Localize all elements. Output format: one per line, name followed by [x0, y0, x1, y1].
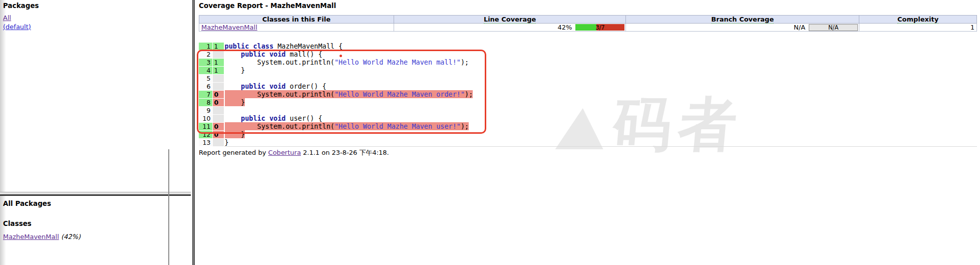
line-number: 12: [199, 131, 212, 139]
line-coverage-value: 42%: [558, 24, 572, 31]
frame-vertical-divider-bar: [192, 0, 195, 265]
line-number: 3: [199, 59, 212, 67]
frame-horizontal-divider[interactable]: [0, 192, 191, 196]
line-number: 4: [199, 67, 212, 75]
hit-count: 1: [212, 67, 224, 75]
coverage-report-frame: 码者 Coverage Report - MazheMavenMall Clas…: [196, 0, 980, 265]
line-number: 9: [199, 107, 212, 115]
coverage-summary-table: Classes in this File Line Coverage Branc…: [199, 15, 977, 32]
header-classes-in-file: Classes in this File: [199, 16, 394, 24]
summary-class-cell: MazheMavenMall: [199, 24, 394, 32]
frame-vertical-divider[interactable]: [191, 0, 196, 265]
report-footer: Report generated by Cobertura 2.1.1 on 2…: [199, 148, 389, 157]
branch-coverage-bar-label: N/A: [809, 25, 857, 31]
class-report-link[interactable]: MazheMavenMall: [201, 24, 257, 31]
summary-header-row: Classes in this File Line Coverage Branc…: [199, 16, 977, 24]
branch-coverage-bar: N/A: [809, 24, 858, 31]
hit-count: 1: [212, 59, 224, 67]
line-number: 13: [199, 139, 212, 147]
code-cell: System.out.println("Hello World Mazhe Ma…: [224, 123, 977, 131]
header-complexity: Complexity: [859, 16, 977, 24]
source-line-1: 11public class MazheMavenMall {: [199, 43, 977, 51]
code-cell: public void user() {: [224, 115, 977, 123]
code-cell: }: [224, 139, 977, 147]
code-cell: public class MazheMavenMall {: [224, 43, 977, 51]
package-link-all[interactable]: All: [3, 14, 11, 22]
package-link-default[interactable]: (default): [3, 23, 31, 31]
page-title: Coverage Report - MazheMavenMall: [199, 2, 336, 10]
line-number: 10: [199, 115, 212, 123]
class-coverage-pct: (42%): [61, 233, 81, 240]
hit-count: 0: [212, 131, 224, 139]
hit-count: [212, 83, 224, 91]
packages-sidebar: Packages All (default) All Packages Clas…: [0, 0, 191, 265]
source-line-6: 6 public void order() {: [199, 83, 977, 91]
hit-count: 0: [212, 91, 224, 99]
code-cell: }: [224, 99, 977, 107]
line-number: 2: [199, 51, 212, 59]
code-cell: System.out.println("Hello World Mazhe Ma…: [224, 91, 977, 99]
cobertura-link[interactable]: Cobertura: [268, 149, 301, 156]
source-line-4: 41 }: [199, 67, 977, 75]
source-tbody: 11public class MazheMavenMall {2 public …: [199, 43, 977, 147]
code-cell: }: [224, 131, 977, 139]
line-coverage-bar: 3/7: [575, 24, 624, 31]
class-list-item: MazheMavenMall (42%): [3, 233, 81, 240]
code-cell: System.out.println("Hello World Mazhe Ma…: [224, 59, 977, 67]
source-line-13: 13}: [199, 139, 977, 147]
line-number: 6: [199, 83, 212, 91]
source-line-8: 80 }: [199, 99, 977, 107]
classes-title: Classes: [3, 219, 169, 227]
summary-data-row: MazheMavenMall 42% 3/7 N/A: [199, 24, 977, 32]
source-line-12: 120 }: [199, 131, 977, 139]
class-link-mazhemavenmall[interactable]: MazheMavenMall: [3, 233, 59, 240]
footer-suffix: 2.1.1 on 23-8-26 下午4:18.: [301, 149, 389, 156]
code-cell: }: [224, 67, 977, 75]
code-cell: [224, 107, 977, 115]
branch-coverage-value: N/A: [794, 24, 805, 31]
line-number: 1: [199, 43, 212, 51]
source-listing: 11public class MazheMavenMall {2 public …: [199, 43, 977, 147]
hit-count: [212, 115, 224, 123]
source-line-3: 31 System.out.println("Hello World Mazhe…: [199, 59, 977, 67]
hit-count: 0: [212, 123, 224, 131]
footer-prefix: Report generated by: [199, 149, 268, 156]
hit-count: [212, 107, 224, 115]
source-line-10: 10 public void user() {: [199, 115, 977, 123]
source-line-5: 5: [199, 75, 977, 83]
bottom-frame-right-border: [168, 149, 169, 265]
branch-coverage-cell: N/A N/A: [626, 24, 859, 32]
all-packages-frame: All Packages Classes MazheMavenMall (42%…: [0, 196, 169, 265]
source-line-7: 70 System.out.println("Hello World Mazhe…: [199, 91, 977, 99]
all-packages-title: All Packages: [3, 199, 169, 207]
line-coverage-cell: 42% 3/7: [394, 24, 626, 32]
hit-count: [212, 139, 224, 147]
line-number: 7: [199, 91, 212, 99]
line-coverage-ratio: 3/7: [575, 24, 624, 31]
line-number: 5: [199, 75, 212, 83]
source-line-9: 9: [199, 107, 977, 115]
line-number: 8: [199, 99, 212, 107]
code-cell: public void mall() {: [224, 51, 977, 59]
hit-count: 1: [212, 43, 224, 51]
packages-frame: Packages All (default): [0, 0, 191, 192]
line-number: 11: [199, 123, 212, 131]
packages-title: Packages: [3, 2, 191, 10]
source-line-2: 2 public void mall() {: [199, 51, 977, 59]
hit-count: [212, 75, 224, 83]
hit-count: 0: [212, 99, 224, 107]
code-cell: public void order() {: [224, 83, 977, 91]
complexity-cell: 1: [859, 24, 977, 32]
header-branch-coverage: Branch Coverage: [626, 16, 859, 24]
header-line-coverage: Line Coverage: [394, 16, 626, 24]
hit-count: [212, 51, 224, 59]
code-cell: [224, 75, 977, 83]
source-line-11: 110 System.out.println("Hello World Mazh…: [199, 123, 977, 131]
